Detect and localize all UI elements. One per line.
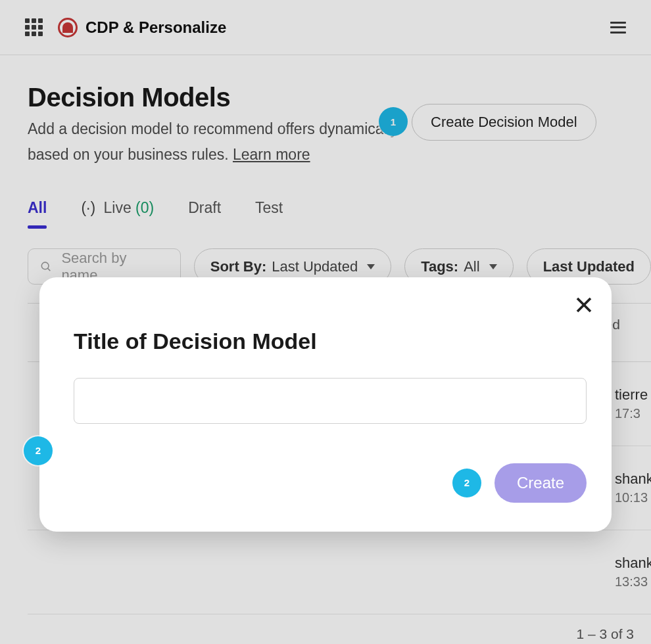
step-badge-1: 1: [379, 107, 408, 136]
row-time: 17:3: [615, 406, 651, 421]
create-decision-model-button[interactable]: Create Decision Model: [412, 104, 596, 141]
last-updated-label: Last Updated: [543, 258, 635, 275]
create-button[interactable]: Create: [494, 463, 587, 503]
table-row[interactable]: shank 13:33: [28, 530, 651, 614]
pagination-text: 1 – 3 of 3: [28, 614, 651, 642]
tab-live-count: (0): [135, 199, 154, 216]
tabs: All (·) Live (0) Draft Test: [28, 199, 651, 229]
step-badge-2-inline: 2: [452, 469, 481, 497]
tab-test[interactable]: Test: [255, 199, 283, 229]
tab-all[interactable]: All: [28, 199, 47, 229]
page-subtitle: Add a decision model to recommend offers…: [28, 116, 409, 168]
menu-icon[interactable]: [610, 22, 626, 34]
brand-title: CDP & Personalize: [85, 18, 226, 37]
learn-more-link[interactable]: Learn more: [233, 146, 310, 163]
tab-live[interactable]: (·) Live (0): [81, 199, 154, 229]
modal-title: Title of Decision Model: [74, 329, 587, 354]
row-updated-by: tierre: [615, 386, 651, 403]
sort-value: Last Updated: [272, 258, 358, 275]
tab-test-label: Test: [255, 199, 283, 216]
svg-line-1: [47, 268, 50, 271]
top-bar: CDP & Personalize: [0, 0, 651, 55]
sort-label: Sort By:: [210, 258, 267, 275]
row-updated-by: shank: [615, 471, 651, 488]
row-time: 10:13: [615, 490, 651, 505]
svg-point-0: [41, 262, 49, 269]
decision-model-title-input[interactable]: [74, 378, 587, 424]
chevron-down-icon: [489, 264, 497, 269]
subtitle-text: Add a decision model to recommend offers…: [28, 120, 398, 163]
live-icon: (·): [81, 199, 95, 216]
chevron-down-icon: [367, 264, 375, 269]
close-icon: [574, 295, 594, 315]
close-button[interactable]: [571, 292, 597, 318]
tags-value: All: [464, 258, 479, 275]
tab-live-label: Live: [104, 199, 132, 216]
tags-label: Tags:: [421, 258, 458, 275]
tab-draft[interactable]: Draft: [188, 199, 221, 229]
row-time: 13:33: [615, 574, 651, 589]
search-icon: [40, 260, 52, 274]
apps-grid-icon[interactable]: [25, 18, 43, 37]
page-title: Decision Models: [28, 83, 409, 112]
create-modal: 2 Title of Decision Model 2 Create: [39, 277, 612, 532]
step-badge-2: 2: [24, 436, 53, 465]
tab-draft-label: Draft: [188, 199, 221, 216]
row-updated-by: shank: [615, 555, 651, 572]
tab-all-label: All: [28, 199, 47, 216]
product-logo-icon: [58, 18, 78, 37]
